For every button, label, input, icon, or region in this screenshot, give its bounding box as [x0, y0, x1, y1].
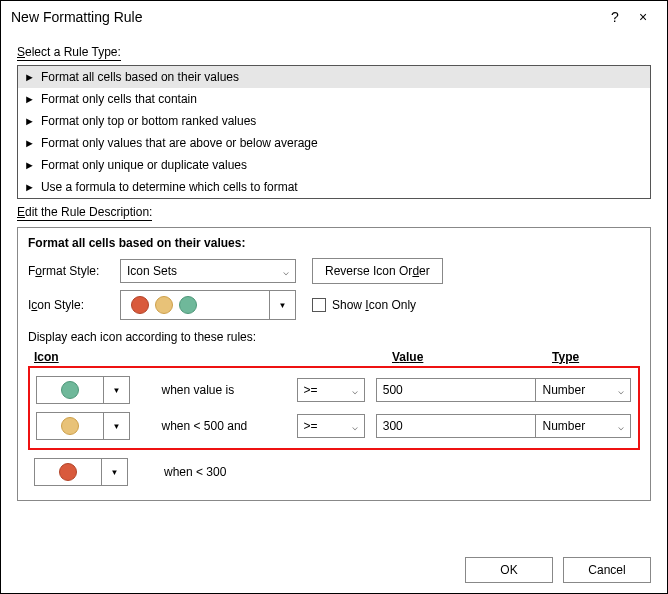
rule-condition-text: when < 500 and — [161, 419, 296, 433]
help-button[interactable]: ? — [601, 9, 629, 25]
bullet-icon: ► — [24, 115, 35, 127]
icon-picker[interactable]: ▼ — [36, 376, 130, 404]
rule-type-item[interactable]: ► Format all cells based on their values — [18, 66, 650, 88]
bullet-icon: ► — [24, 93, 35, 105]
reverse-icon-order-button[interactable]: Reverse Icon Order — [312, 258, 443, 284]
checkbox-icon — [312, 298, 326, 312]
chevron-down-icon: ⌵ — [618, 421, 624, 432]
circle-yellow-icon — [61, 417, 79, 435]
chevron-down-icon: ⌵ — [352, 385, 358, 396]
rule-type-item[interactable]: ► Format only values that are above or b… — [18, 132, 650, 154]
rule-condition-text: when < 300 — [164, 465, 304, 479]
chevron-down-icon: ⌵ — [618, 385, 624, 396]
description-title: Format all cells based on their values: — [28, 236, 640, 250]
chevron-down-icon: ▼ — [113, 386, 121, 395]
format-style-combo[interactable]: Icon Sets ⌵ — [120, 259, 296, 283]
ok-button[interactable]: OK — [465, 557, 553, 583]
circle-red-icon — [59, 463, 77, 481]
icon-column-header: Icon — [34, 350, 170, 364]
chevron-down-icon: ▼ — [113, 422, 121, 431]
bullet-icon: ► — [24, 71, 35, 83]
icon-rule-row: ▼ when < 300 — [28, 454, 640, 490]
chevron-down-icon: ▼ — [111, 468, 119, 477]
circle-green-icon — [179, 296, 197, 314]
icon-picker[interactable]: ▼ — [36, 412, 130, 440]
bullet-icon: ► — [24, 181, 35, 193]
rule-description-box: Format all cells based on their values: … — [17, 227, 651, 501]
close-button[interactable]: × — [629, 9, 657, 25]
icon-rule-row: ▼ when value is >= ⌵ — [30, 372, 638, 408]
chevron-down-icon: ⌵ — [283, 266, 289, 277]
select-rule-type-label: Select a Rule Type: — [17, 45, 121, 61]
display-rules-caption: Display each icon according to these rul… — [28, 330, 640, 344]
rule-type-item[interactable]: ► Format only unique or duplicate values — [18, 154, 650, 176]
icon-style-combo[interactable]: ▼ — [120, 290, 296, 320]
circle-green-icon — [61, 381, 79, 399]
circle-yellow-icon — [155, 296, 173, 314]
rule-type-item[interactable]: ► Use a formula to determine which cells… — [18, 176, 650, 198]
type-column-header: Type — [552, 350, 579, 364]
highlighted-rules: ▼ when value is >= ⌵ — [28, 366, 640, 450]
type-combo[interactable]: Number ⌵ — [535, 378, 631, 402]
chevron-down-icon: ▼ — [279, 301, 287, 310]
rule-type-item[interactable]: ► Format only cells that contain — [18, 88, 650, 110]
icon-rule-row: ▼ when < 500 and >= ⌵ — [30, 408, 638, 444]
rule-condition-text: when value is — [161, 383, 296, 397]
operator-combo[interactable]: >= ⌵ — [297, 378, 365, 402]
value-input[interactable] — [376, 378, 540, 402]
window-title: New Formatting Rule — [11, 9, 601, 25]
icon-style-label: Icon Style: — [28, 298, 120, 312]
bullet-icon: ► — [24, 159, 35, 171]
value-column-header: Value — [392, 350, 544, 364]
edit-description-label: Edit the Rule Description: — [17, 205, 152, 221]
rule-type-list: ► Format all cells based on their values… — [17, 65, 651, 199]
chevron-down-icon: ⌵ — [352, 421, 358, 432]
type-combo[interactable]: Number ⌵ — [535, 414, 631, 438]
bullet-icon: ► — [24, 137, 35, 149]
rule-type-item[interactable]: ► Format only top or bottom ranked value… — [18, 110, 650, 132]
icon-picker[interactable]: ▼ — [34, 458, 128, 486]
operator-combo[interactable]: >= ⌵ — [297, 414, 365, 438]
titlebar: New Formatting Rule ? × — [1, 1, 667, 33]
cancel-button[interactable]: Cancel — [563, 557, 651, 583]
circle-red-icon — [131, 296, 149, 314]
value-input[interactable] — [376, 414, 540, 438]
dialog-footer: OK Cancel — [465, 557, 651, 583]
format-style-label: Format Style: — [28, 264, 120, 278]
show-icon-only-option[interactable]: Show Icon Only — [312, 298, 416, 312]
